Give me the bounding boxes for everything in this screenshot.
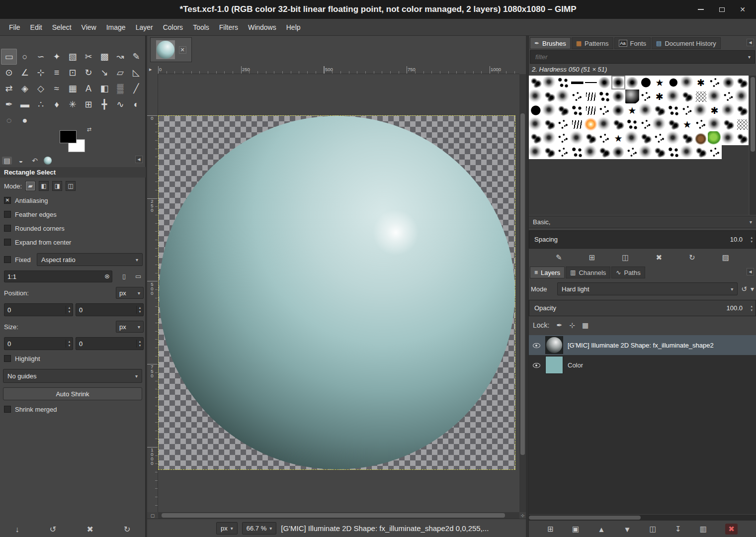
tool-rotate[interactable]: ↻ — [81, 65, 96, 81]
visibility-eye-icon[interactable] — [533, 341, 541, 349]
tab-layers[interactable]: ≡ Layers — [530, 267, 565, 278]
save-options-icon[interactable]: ↓ — [15, 525, 19, 534]
maximize-button[interactable] — [711, 0, 732, 19]
brush-thumbnail[interactable] — [556, 90, 570, 103]
spinner-arrows[interactable]: ▴▾ — [751, 304, 753, 312]
brush-thumbnail[interactable] — [639, 145, 653, 159]
brush-thumbnail[interactable] — [597, 90, 611, 103]
brush-thumbnail[interactable] — [735, 103, 749, 117]
brush-filter-input[interactable] — [534, 53, 745, 61]
fixed-checkbox[interactable]: Fixed — [4, 255, 31, 264]
foreground-color-swatch[interactable] — [60, 130, 77, 143]
menu-filters[interactable]: Filters — [214, 19, 243, 36]
layer-mode-dropdown[interactable]: Hard light ▾ — [557, 282, 738, 295]
tool-airbrush[interactable]: ∴ — [33, 96, 49, 112]
duplicate-brush-icon[interactable]: ◫ — [622, 253, 629, 262]
reset-mode-icon[interactable]: ↺ — [741, 285, 747, 293]
brush-thumbnail[interactable] — [570, 145, 584, 159]
brush-thumbnail[interactable] — [543, 90, 557, 103]
brush-thumbnail[interactable] — [680, 117, 694, 131]
tool-clone[interactable]: ⊞ — [81, 96, 96, 112]
brush-thumbnail[interactable] — [735, 90, 749, 103]
tool-paintbrush[interactable]: ✒ — [1, 96, 17, 112]
lock-pixels-icon[interactable]: ✒ — [556, 321, 562, 329]
clear-icon[interactable]: ⊗ — [104, 272, 110, 280]
brush-thumbnail[interactable] — [722, 76, 736, 90]
brush-thumbnail[interactable] — [667, 90, 680, 103]
mode-intersect-button[interactable]: ◫ — [66, 181, 76, 191]
position-y-spinner[interactable]: ▴▾ — [76, 303, 144, 316]
tool-perspective[interactable]: ◺ — [128, 65, 144, 81]
checkbox-box[interactable] — [4, 256, 11, 263]
tab-patterns[interactable]: ▦ Patterns — [572, 37, 613, 49]
tool-unified-transform[interactable]: ◈ — [17, 81, 33, 96]
minimize-button[interactable] — [690, 0, 711, 19]
tool-ink-drop[interactable]: ● — [17, 112, 33, 128]
close-button[interactable]: ✕ — [732, 0, 753, 19]
brush-thumbnail[interactable] — [529, 90, 543, 103]
rounded-corners-checkbox[interactable]: Rounded corners — [4, 224, 65, 233]
brush-thumbnail[interactable] — [556, 76, 570, 90]
brush-thumbnail[interactable] — [680, 145, 694, 159]
tool-shear[interactable]: ▱ — [112, 65, 128, 81]
menu-edit[interactable]: Edit — [25, 19, 47, 36]
brush-group-dropdown[interactable]: Basic, ▾ — [529, 216, 756, 228]
checkbox-box[interactable] — [4, 239, 11, 246]
brush-thumbnail[interactable] — [694, 117, 708, 131]
layer-name[interactable]: [G'MIC] Illuminate 2D Shape: fx_illumina… — [568, 342, 714, 349]
menu-image[interactable]: Image — [101, 19, 131, 36]
brush-thumbnail[interactable] — [667, 76, 680, 90]
brush-thumbnail[interactable] — [570, 90, 584, 103]
refresh-brushes-icon[interactable]: ↻ — [689, 253, 695, 262]
brush-thumbnail[interactable] — [694, 90, 708, 103]
tool-mypaint-brush[interactable]: ✳ — [65, 96, 81, 112]
scrollbar-thumb[interactable] — [529, 516, 641, 520]
tab-image-thumbnail[interactable] — [44, 157, 52, 165]
tool-blur-sharpen[interactable]: ◌ — [1, 112, 17, 128]
size-unit-dropdown[interactable]: px ▾ — [116, 321, 144, 333]
brush-thumbnail[interactable] — [570, 131, 584, 145]
auto-shrink-button[interactable]: Auto Shrink — [3, 387, 142, 400]
brush-thumbnail[interactable] — [597, 76, 611, 90]
navigation-icon[interactable]: ⊹ — [519, 512, 526, 519]
menu-select[interactable]: Select — [47, 19, 77, 36]
scrollbar-thumb[interactable] — [520, 113, 525, 455]
brush-thumbnail[interactable] — [708, 90, 722, 103]
tab-undo-history[interactable]: ↶ — [30, 157, 40, 165]
brush-thumbnail[interactable] — [694, 103, 708, 117]
tool-color-picker[interactable]: ✎ — [128, 49, 144, 65]
image-tab[interactable]: ✕ — [150, 37, 192, 62]
menu-windows[interactable]: Windows — [243, 19, 281, 36]
brush-thumbnail[interactable] — [597, 117, 611, 131]
menu-layer[interactable]: Layer — [131, 19, 158, 36]
tool-smudge[interactable]: ∿ — [112, 96, 128, 112]
menu-help[interactable]: Help — [281, 19, 306, 36]
size-height-input[interactable] — [76, 340, 136, 348]
checkbox-box[interactable] — [4, 355, 11, 362]
mode-options-icon[interactable]: ▾ — [751, 285, 754, 293]
brush-thumbnail[interactable] — [556, 103, 570, 117]
brush-thumbnail[interactable] — [639, 117, 653, 131]
size-height-spinner[interactable]: ▴▾ — [76, 337, 144, 350]
fixed-type-dropdown[interactable]: Aspect ratio ▾ — [37, 253, 143, 266]
new-group-icon[interactable]: ▣ — [572, 525, 579, 534]
layer-name[interactable]: Color — [568, 361, 583, 369]
chevron-down-icon[interactable]: ▾ — [748, 54, 751, 60]
brush-thumbnail[interactable] — [722, 103, 736, 117]
tool-handle-transform[interactable]: ◇ — [33, 81, 49, 96]
tool-fuzzy-select[interactable]: ✦ — [49, 49, 65, 65]
brush-thumbnail[interactable] — [653, 145, 667, 159]
brush-thumbnail[interactable] — [667, 131, 680, 145]
anchor-layer-icon[interactable]: ↧ — [675, 525, 681, 534]
tool-text[interactable]: A — [81, 81, 96, 96]
position-y-input[interactable] — [76, 306, 136, 314]
expand-from-center-checkbox[interactable]: Expand from center — [4, 238, 71, 247]
layer-row[interactable]: Color — [529, 355, 756, 375]
dock-menu-icon[interactable]: ◂ — [747, 39, 754, 46]
brush-thumbnail[interactable] — [529, 76, 543, 90]
lock-position-icon[interactable]: ⊹ — [569, 321, 575, 329]
brush-thumbnail[interactable] — [639, 131, 653, 145]
brush-thumbnail[interactable] — [597, 103, 611, 117]
brush-thumbnail[interactable] — [625, 90, 639, 103]
raise-layer-icon[interactable]: ▲ — [597, 525, 605, 534]
